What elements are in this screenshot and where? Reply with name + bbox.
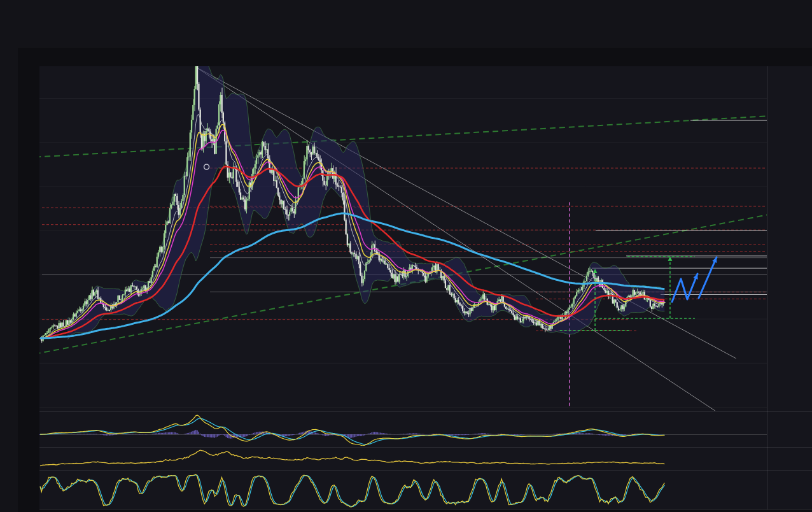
screen: '09Jan '10Jan '11Jan '12Jan '13Jan '14Ja… (0, 0, 812, 512)
price-chart-canvas[interactable]: '09Jan '10Jan '11Jan '12Jan '13Jan '14Ja… (0, 0, 812, 512)
